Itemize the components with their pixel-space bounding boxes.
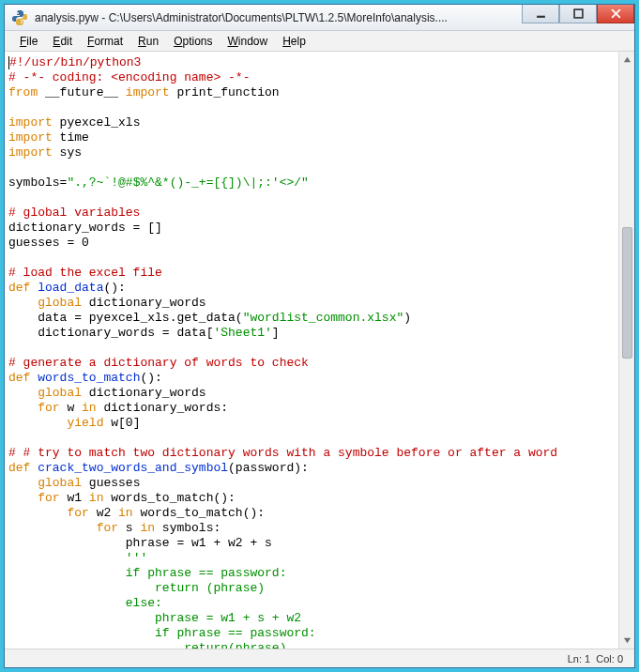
- scroll-thumb[interactable]: [622, 227, 632, 359]
- menu-help[interactable]: Help: [275, 33, 313, 50]
- code-editor[interactable]: #!/usr/bin/python3 # -*- coding: <encodi…: [5, 52, 618, 649]
- svg-rect-1: [574, 9, 583, 18]
- scroll-up-arrow-icon[interactable]: [620, 52, 634, 68]
- window-controls: [522, 5, 634, 30]
- status-col-label: Col:: [596, 653, 615, 664]
- menu-file[interactable]: File: [12, 33, 45, 50]
- app-window: analysis.pyw - C:\Users\Administrator\Do…: [4, 4, 635, 668]
- close-button[interactable]: [597, 5, 634, 23]
- status-line-value: 1: [585, 653, 590, 664]
- title-bar: analysis.pyw - C:\Users\Administrator\Do…: [5, 5, 634, 31]
- status-line-label: Ln:: [568, 653, 582, 664]
- minimize-button[interactable]: [522, 5, 559, 23]
- scroll-down-arrow-icon[interactable]: [620, 633, 634, 649]
- status-col-value: 0: [617, 653, 623, 664]
- menu-format[interactable]: Format: [80, 33, 130, 50]
- svg-rect-0: [537, 16, 545, 18]
- menu-window[interactable]: Window: [221, 33, 276, 50]
- window-title: analysis.pyw - C:\Users\Administrator\Do…: [29, 11, 522, 24]
- vertical-scrollbar[interactable]: [618, 52, 634, 649]
- menu-bar: File Edit Format Run Options Window Help: [5, 31, 634, 52]
- scroll-track[interactable]: [620, 68, 634, 633]
- app-icon: [10, 8, 29, 27]
- menu-options[interactable]: Options: [166, 33, 220, 50]
- editor-area: #!/usr/bin/python3 # -*- coding: <encodi…: [5, 52, 634, 649]
- maximize-button[interactable]: [559, 5, 597, 23]
- status-bar: Ln: 1 Col: 0: [5, 649, 634, 667]
- menu-edit[interactable]: Edit: [45, 33, 80, 50]
- menu-run[interactable]: Run: [130, 33, 166, 50]
